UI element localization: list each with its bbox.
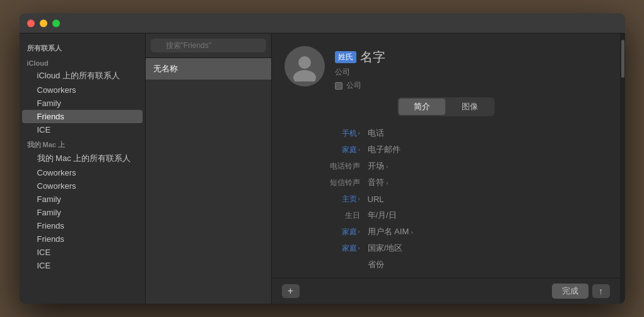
name-row: 姓氏 名字 [335,49,607,66]
scrollbar-thumb [621,40,624,78]
company-row: 公司 [335,80,607,91]
sidebar-item-icloud-ice[interactable]: ICE [22,123,143,136]
sidebar-item-icloud-family[interactable]: Family [22,97,143,110]
tab-intro[interactable]: 简介 [399,99,445,115]
minimize-button[interactable] [40,20,47,27]
sidebar-item-mac-coworkers2[interactable]: Coworkers [22,179,143,193]
close-button[interactable] [27,20,35,27]
aim-chevron-icon: › [411,229,413,236]
field-label-ringtone: 电话铃声 [284,161,360,172]
sidebar-item-mac-family[interactable]: Family [22,193,143,206]
search-input[interactable] [151,39,266,52]
field-label-im[interactable]: 家庭 › [284,227,360,237]
sidebar-item-icloud-all[interactable]: iCloud 上的所有联系人 [22,68,143,83]
field-label-email[interactable]: 家庭 › [284,145,360,155]
contact-list-item[interactable]: 无名称 [146,58,271,80]
field-value-province[interactable]: 省份 [368,259,384,270]
main-window: 所有联系人 iCloud iCloud 上的所有联系人 Coworkers Fa… [20,13,625,304]
field-label-texttone: 短信铃声 [284,177,360,188]
company-field-label: 公司 [335,67,607,78]
sidebar-item-mac-friends[interactable]: Friends [22,219,143,232]
footer-left: + [282,284,300,298]
field-value-im: 用户名 AIM › [368,226,413,237]
tabs-row: 简介 图像 [272,97,620,123]
field-row-province: 省份 [272,256,620,273]
field-row-texttone: 短信铃声 音符 › [272,174,620,191]
field-row-url: 主页 › URL [272,191,620,207]
field-value-ringtone: 开场 › [368,160,389,172]
chevron-gray-icon: › [386,164,388,170]
sidebar-mac-section: 我的 Mac 上 [20,136,145,151]
maximize-button[interactable] [52,20,60,27]
last-name-badge: 姓氏 [335,51,356,63]
sidebar-item-mac-friends2[interactable]: Friends [22,232,143,246]
scrollbar[interactable] [620,33,625,304]
sidebar-icloud-section: iCloud [20,56,145,68]
detail-fields: 手机 › 电话 家庭 › 电子邮件 电话铃声 [272,123,620,278]
field-label-birthday: 生日 [284,210,360,221]
search-bar: 🔍 [146,33,271,58]
svg-point-0 [298,56,311,69]
field-value-texttone: 音符 › [368,177,389,188]
sidebar-item-icloud-coworkers[interactable]: Coworkers [22,83,143,97]
tab-group: 简介 图像 [397,97,495,116]
sidebar: 所有联系人 iCloud iCloud 上的所有联系人 Coworkers Fa… [20,33,146,304]
field-value-country[interactable]: 国家/地区 [368,242,403,254]
field-row-im: 家庭 › 用户名 AIM › [272,224,620,240]
share-button[interactable]: ↑ [592,284,610,298]
footer-right: 完成 ↑ [552,284,610,299]
titlebar [20,13,625,33]
sidebar-item-icloud-friends[interactable]: Friends [22,110,143,123]
company-checkbox-label: 公司 [346,80,361,91]
field-row-birthday: 生日 年/月/日 [272,207,620,224]
chevron-icon: › [358,130,360,136]
svg-point-1 [293,70,316,81]
sidebar-item-mac-all[interactable]: 我的 Mac 上的所有联系人 [22,151,143,166]
sidebar-all-contacts-title: 所有联系人 [20,41,145,56]
contact-list: 🔍 无名称 [146,33,272,304]
detail-footer: + 完成 ↑ [272,278,620,304]
chevron-icon: › [358,147,360,153]
sidebar-item-mac-coworkers[interactable]: Coworkers [22,166,143,179]
field-label-url[interactable]: 主页 › [284,194,360,205]
field-label-country[interactable]: 家庭 › [284,243,360,254]
chevron-icon: › [358,229,360,235]
field-row-country: 家庭 › 国家/地区 [272,240,620,256]
field-value-phone[interactable]: 电话 [368,128,384,139]
tab-image[interactable]: 图像 [447,99,493,115]
chevron-icon: › [358,196,360,202]
header-info: 姓氏 名字 公司 公司 [335,46,607,91]
chevron-gray-icon: › [386,180,388,186]
field-row-email: 家庭 › 电子邮件 [272,141,620,158]
sidebar-item-mac-ice2[interactable]: ICE [22,259,143,272]
search-wrapper: 🔍 [151,39,266,52]
detail-header: 姓氏 名字 公司 公司 [272,33,620,97]
detail-panel: 姓氏 名字 公司 公司 简介 图像 [272,33,620,304]
company-checkbox[interactable] [335,82,342,90]
sidebar-item-mac-ice[interactable]: ICE [22,246,143,259]
content-area: 所有联系人 iCloud iCloud 上的所有联系人 Coworkers Fa… [20,33,625,304]
field-row-phone: 手机 › 电话 [272,125,620,141]
avatar [284,46,325,87]
chevron-icon: › [358,245,360,251]
field-value-birthday[interactable]: 年/月/日 [368,210,397,221]
first-name-field[interactable]: 名字 [360,49,385,66]
share-icon: ↑ [599,286,603,296]
sidebar-item-mac-family2[interactable]: Family [22,206,143,219]
add-contact-button[interactable]: + [282,284,300,298]
field-row-ringtone: 电话铃声 开场 › [272,158,620,174]
field-value-email[interactable]: 电子邮件 [368,144,401,155]
field-label-phone[interactable]: 手机 › [284,128,360,139]
field-value-url[interactable]: URL [368,194,384,204]
done-button[interactable]: 完成 [552,284,588,299]
